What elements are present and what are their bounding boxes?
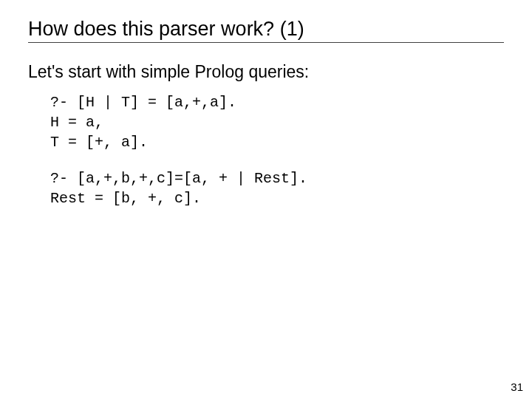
slide: How does this parser work? (1) Let's sta… [0, 0, 532, 399]
title-divider [28, 42, 504, 43]
slide-title: How does this parser work? (1) [28, 18, 504, 41]
code-line: ?- [a,+,b,+,c]=[a, + | Rest]. [50, 170, 307, 187]
slide-subtitle: Let's start with simple Prolog queries: [28, 62, 504, 82]
code-line: H = a, [50, 114, 103, 131]
code-line: T = [+, a]. [50, 134, 148, 151]
page-number: 31 [511, 381, 523, 393]
code-line: ?- [H | T] = [a,+,a]. [50, 94, 236, 111]
code-block-2: ?- [a,+,b,+,c]=[a, + | Rest]. Rest = [b,… [50, 168, 504, 208]
code-block-1: ?- [H | T] = [a,+,a]. H = a, T = [+, a]. [50, 92, 504, 152]
code-line: Rest = [b, +, c]. [50, 190, 201, 207]
